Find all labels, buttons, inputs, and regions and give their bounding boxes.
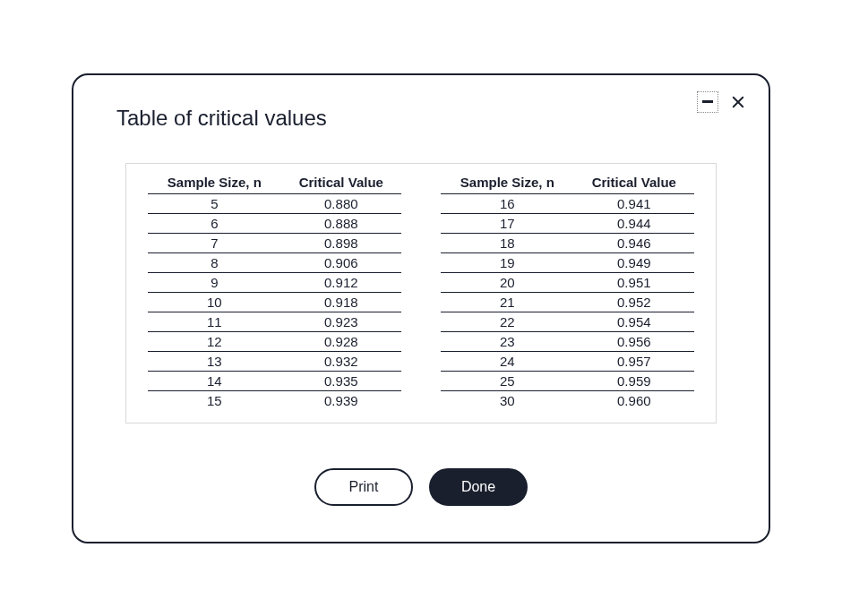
- cell-critical-value: 0.906: [281, 252, 401, 272]
- table-row: 100.918: [148, 292, 401, 312]
- header-sample-size: Sample Size, n: [441, 171, 574, 194]
- cell-sample-size: 20: [441, 272, 574, 292]
- table-row: 170.944: [441, 213, 694, 233]
- cell-sample-size: 16: [441, 193, 574, 213]
- header-critical-value: Critical Value: [281, 171, 401, 194]
- header-critical-value: Critical Value: [574, 171, 694, 194]
- table-row: 230.956: [441, 331, 694, 351]
- cell-sample-size: 7: [148, 233, 281, 252]
- cell-sample-size: 18: [441, 233, 574, 252]
- table-row: 180.946: [441, 233, 694, 252]
- table-row: 240.957: [441, 351, 694, 371]
- cell-critical-value: 0.960: [574, 390, 694, 410]
- cell-critical-value: 0.898: [281, 233, 401, 252]
- cell-sample-size: 23: [441, 331, 574, 351]
- table-row: 150.939: [148, 390, 401, 410]
- cell-critical-value: 0.944: [574, 213, 694, 233]
- table-row: 60.888: [148, 213, 401, 233]
- table-row: 120.928: [148, 331, 401, 351]
- cell-sample-size: 8: [148, 252, 281, 272]
- table-row: 70.898: [148, 233, 401, 252]
- cell-sample-size: 22: [441, 312, 574, 331]
- table-right-column: Sample Size, n Critical Value 160.941170…: [441, 171, 694, 410]
- cell-critical-value: 0.946: [574, 233, 694, 252]
- cell-critical-value: 0.957: [574, 351, 694, 371]
- cell-critical-value: 0.918: [281, 292, 401, 312]
- cell-sample-size: 5: [148, 193, 281, 213]
- cell-critical-value: 0.941: [574, 193, 694, 213]
- button-row: Print Done: [116, 468, 726, 506]
- cell-critical-value: 0.954: [574, 312, 694, 331]
- cell-sample-size: 19: [441, 252, 574, 272]
- minimize-icon[interactable]: [697, 91, 718, 113]
- cell-critical-value: 0.932: [281, 351, 401, 371]
- critical-values-table-right: Sample Size, n Critical Value 160.941170…: [441, 171, 694, 410]
- cell-sample-size: 12: [148, 331, 281, 351]
- cell-critical-value: 0.949: [574, 252, 694, 272]
- table-row: 300.960: [441, 390, 694, 410]
- table-row: 90.912: [148, 272, 401, 292]
- cell-critical-value: 0.952: [574, 292, 694, 312]
- cell-sample-size: 6: [148, 213, 281, 233]
- cell-critical-value: 0.939: [281, 390, 401, 410]
- cell-sample-size: 15: [148, 390, 281, 410]
- cell-sample-size: 11: [148, 312, 281, 331]
- cell-sample-size: 21: [441, 292, 574, 312]
- cell-sample-size: 25: [441, 371, 574, 390]
- cell-sample-size: 14: [148, 371, 281, 390]
- cell-sample-size: 17: [441, 213, 574, 233]
- table-row: 190.949: [441, 252, 694, 272]
- table-container: Sample Size, n Critical Value 50.88060.8…: [125, 163, 717, 424]
- table-row: 80.906: [148, 252, 401, 272]
- table-left-column: Sample Size, n Critical Value 50.88060.8…: [148, 171, 401, 410]
- table-row: 210.952: [441, 292, 694, 312]
- critical-values-table-left: Sample Size, n Critical Value 50.88060.8…: [148, 171, 401, 410]
- print-button[interactable]: Print: [314, 468, 413, 506]
- table-row: 220.954: [441, 312, 694, 331]
- cell-critical-value: 0.928: [281, 331, 401, 351]
- cell-critical-value: 0.956: [574, 331, 694, 351]
- cell-critical-value: 0.959: [574, 371, 694, 390]
- table-row: 200.951: [441, 272, 694, 292]
- table-row: 110.923: [148, 312, 401, 331]
- cell-sample-size: 30: [441, 390, 574, 410]
- cell-sample-size: 24: [441, 351, 574, 371]
- table-row: 50.880: [148, 193, 401, 213]
- header-sample-size: Sample Size, n: [148, 171, 281, 194]
- table-row: 160.941: [441, 193, 694, 213]
- modal-dialog: Table of critical values Sample Size, n …: [72, 73, 770, 543]
- table-row: 140.935: [148, 371, 401, 390]
- cell-critical-value: 0.951: [574, 272, 694, 292]
- cell-critical-value: 0.923: [281, 312, 401, 331]
- modal-title: Table of critical values: [116, 106, 726, 131]
- cell-sample-size: 10: [148, 292, 281, 312]
- cell-sample-size: 9: [148, 272, 281, 292]
- cell-critical-value: 0.888: [281, 213, 401, 233]
- close-icon[interactable]: [727, 91, 749, 113]
- table-row: 130.932: [148, 351, 401, 371]
- cell-sample-size: 13: [148, 351, 281, 371]
- cell-critical-value: 0.935: [281, 371, 401, 390]
- window-controls: [697, 91, 749, 113]
- done-button[interactable]: Done: [429, 468, 528, 506]
- table-row: 250.959: [441, 371, 694, 390]
- cell-critical-value: 0.912: [281, 272, 401, 292]
- cell-critical-value: 0.880: [281, 193, 401, 213]
